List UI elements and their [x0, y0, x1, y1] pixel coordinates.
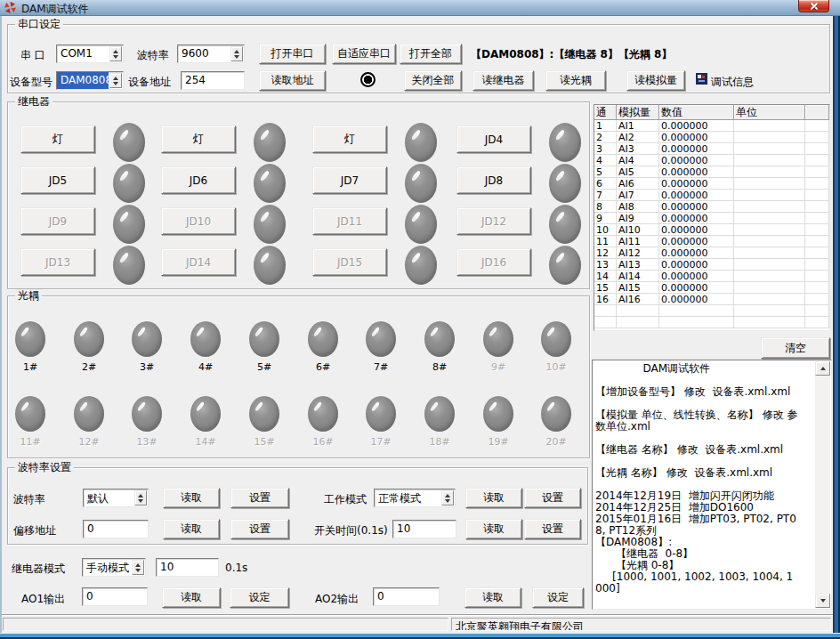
relay-led-9 — [113, 205, 145, 244]
analog-cell — [805, 294, 829, 305]
work-mode-dropdown-icon[interactable] — [441, 490, 454, 506]
analog-cell — [805, 224, 829, 236]
analog-cell — [805, 120, 829, 132]
com-port-select[interactable]: COM1 — [56, 44, 124, 63]
clear-button[interactable]: 清空 — [761, 337, 830, 359]
relay-button-3[interactable]: 灯 — [312, 125, 387, 153]
analog-cell — [734, 166, 805, 178]
work-mode-set-button[interactable]: 设置 — [524, 488, 581, 508]
device-address-input[interactable]: 254 — [181, 71, 245, 90]
baud-value: 9600 — [178, 45, 230, 62]
analog-header-cell-5[interactable] — [805, 105, 829, 120]
device-model-select[interactable]: DAM0808 — [56, 71, 124, 90]
analog-cell — [734, 178, 805, 190]
analog-header-cell-1[interactable]: 通 — [594, 105, 617, 120]
relay-time-input[interactable]: 10 — [156, 558, 219, 577]
analog-cell: AI11 — [617, 236, 659, 247]
analog-cell — [659, 317, 734, 328]
switch-time-input[interactable]: 10 — [392, 520, 456, 538]
com-port-dropdown-icon[interactable] — [109, 46, 122, 61]
opto-led-label-18: 18# — [424, 436, 455, 448]
ao1-set-button[interactable]: 设定 — [230, 587, 289, 608]
baud-setting-select[interactable]: 默认 — [83, 489, 149, 507]
scroll-down-icon[interactable] — [815, 594, 830, 608]
baud-setting-dropdown-icon[interactable] — [134, 490, 147, 506]
opto-led-11 — [15, 396, 45, 432]
offset-address-input[interactable]: 0 — [83, 520, 149, 538]
read-relay-button[interactable]: 读继电器 — [472, 70, 534, 91]
debug-info-label[interactable]: 调试信息 — [711, 75, 754, 90]
analog-cell — [734, 282, 805, 294]
relay-led-12 — [549, 205, 581, 244]
relay-button-4[interactable]: JD4 — [456, 125, 531, 153]
read-address-button[interactable]: 读取地址 — [259, 70, 326, 91]
analog-cell: 0.000000 — [659, 201, 734, 213]
work-mode-select[interactable]: 正常模式 — [374, 489, 456, 507]
log-textarea[interactable]: DAM调试软件 【增加设备型号】 修改 设备表.xml.xml 【模拟量 单位、… — [592, 360, 832, 610]
close-all-button[interactable]: 关闭全部 — [404, 70, 462, 91]
relay-button-6[interactable]: JD6 — [161, 166, 236, 194]
read-opto-button[interactable]: 读光耦 — [545, 70, 606, 91]
window-title-bar[interactable]: DAM调试软件 — [0, 0, 840, 16]
device-model-dropdown-icon[interactable] — [109, 73, 122, 88]
analog-cell — [594, 305, 617, 317]
analog-row-4: 4AI40.000000 — [594, 155, 829, 166]
ao2-label: AO2输出 — [315, 592, 359, 607]
analog-cell: 14 — [594, 271, 617, 282]
ao2-set-button[interactable]: 设定 — [532, 587, 584, 608]
opto-led-3 — [132, 321, 162, 357]
relay-button-5[interactable]: JD5 — [20, 166, 95, 194]
opto-led-4 — [190, 321, 221, 357]
relay-mode-value: 手动模式 — [83, 559, 131, 576]
relay-led-8 — [549, 164, 581, 203]
offset-read-button[interactable]: 读取 — [163, 519, 220, 539]
switch-time-set-button[interactable]: 设置 — [524, 519, 581, 539]
analog-header-cell-4[interactable]: 单位 — [734, 105, 805, 120]
device-address-label: 设备地址 — [128, 75, 171, 90]
scroll-up-icon[interactable] — [815, 361, 830, 376]
analog-cell — [734, 317, 805, 328]
analog-row-18 — [594, 317, 829, 328]
baud-dropdown-icon[interactable] — [230, 46, 243, 61]
analog-table-header-row: 通模拟量数值单位 — [594, 105, 829, 120]
opto-led-label-11: 11# — [15, 436, 45, 448]
adaptive-port-button[interactable]: 自适应串口 — [332, 44, 396, 64]
relay-button-2[interactable]: 灯 — [161, 125, 236, 153]
ao2-read-button[interactable]: 读取 — [464, 587, 521, 608]
baud-select[interactable]: 9600 — [177, 44, 245, 63]
analog-cell — [734, 236, 805, 247]
relay-led-5 — [113, 164, 145, 203]
analog-cell: 0.000000 — [659, 294, 734, 305]
work-mode-read-button[interactable]: 读取 — [465, 488, 522, 508]
baud-set-button[interactable]: 设置 — [230, 488, 289, 508]
analog-cell — [734, 294, 805, 305]
open-all-button[interactable]: 打开全部 — [400, 44, 462, 64]
open-port-button[interactable]: 打开串口 — [259, 44, 326, 64]
opto-led-18 — [424, 396, 455, 432]
analog-cell: 0.000000 — [659, 166, 734, 178]
log-scrollbar[interactable] — [815, 361, 830, 608]
analog-cell — [734, 155, 805, 166]
opto-led-label-4: 4# — [190, 361, 221, 373]
opto-cell-5: 5# — [249, 321, 279, 373]
baud-read-button[interactable]: 读取 — [163, 488, 220, 508]
analog-cell: 0.000000 — [659, 190, 734, 201]
relay-button-7[interactable]: JD7 — [312, 166, 387, 194]
ao1-input[interactable]: 0 — [82, 587, 148, 606]
analog-cell — [805, 143, 829, 155]
relay-mode-select[interactable]: 手动模式 — [82, 558, 146, 577]
relay-mode-dropdown-icon[interactable] — [132, 560, 144, 575]
relay-button-8[interactable]: JD8 — [456, 166, 531, 194]
switch-time-read-button[interactable]: 读取 — [465, 519, 522, 539]
analog-cell — [805, 190, 829, 201]
analog-cell — [805, 132, 829, 143]
close-button[interactable] — [798, 0, 829, 12]
analog-header-cell-2[interactable]: 模拟量 — [617, 105, 659, 120]
relay-button-1[interactable]: 灯 — [20, 125, 95, 153]
analog-cell — [734, 247, 805, 259]
ao2-input[interactable]: 0 — [373, 587, 440, 606]
analog-header-cell-3[interactable]: 数值 — [659, 105, 734, 120]
ao1-read-button[interactable]: 读取 — [162, 587, 221, 608]
read-analog-button[interactable]: 读模拟量 — [626, 70, 685, 91]
offset-set-button[interactable]: 设置 — [230, 519, 289, 539]
